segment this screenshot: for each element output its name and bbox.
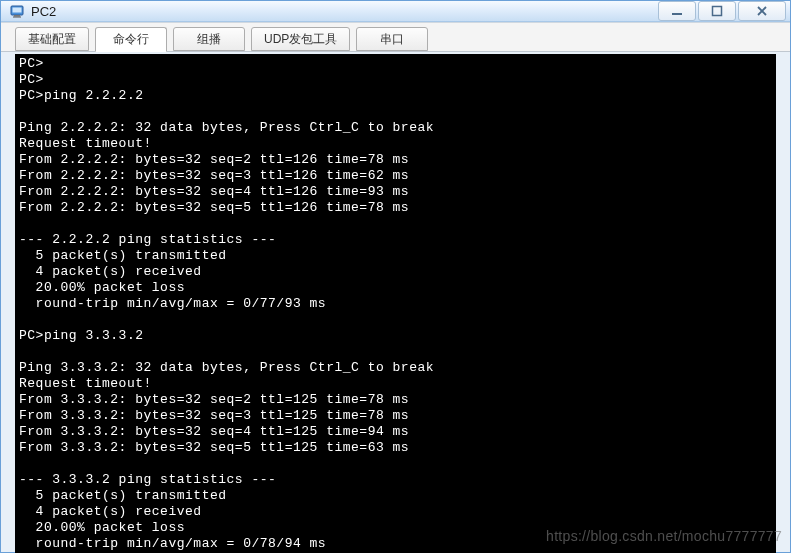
- app-icon: [9, 3, 25, 19]
- terminal-line: 5 packet(s) transmitted: [19, 488, 772, 504]
- tab-basic-config[interactable]: 基础配置: [15, 27, 89, 51]
- tab-multicast[interactable]: 组播: [173, 27, 245, 51]
- terminal-line: 20.00% packet loss: [19, 280, 772, 296]
- terminal-line: 4 packet(s) received: [19, 264, 772, 280]
- terminal-line: Ping 3.3.3.2: 32 data bytes, Press Ctrl_…: [19, 360, 772, 376]
- tab-command-line[interactable]: 命令行: [95, 27, 167, 52]
- terminal-line: 20.00% packet loss: [19, 520, 772, 536]
- terminal-line: [19, 312, 772, 328]
- terminal-line: [19, 344, 772, 360]
- window-controls: [656, 1, 786, 21]
- window-title: PC2: [31, 4, 656, 19]
- svg-rect-2: [14, 15, 20, 17]
- terminal-container: PC>PC>PC>ping 2.2.2.2 Ping 2.2.2.2: 32 d…: [1, 52, 790, 553]
- terminal-line: [19, 104, 772, 120]
- terminal-line: From 3.3.3.2: bytes=32 seq=4 ttl=125 tim…: [19, 424, 772, 440]
- app-window: PC2 基础配置 命令行 组播 UDP发包工具 串口 PC>PC>PC>ping…: [0, 0, 791, 553]
- minimize-button[interactable]: [658, 1, 696, 21]
- terminal-line: round-trip min/avg/max = 0/77/93 ms: [19, 296, 772, 312]
- maximize-button[interactable]: [698, 1, 736, 21]
- terminal-line: --- 2.2.2.2 ping statistics ---: [19, 232, 772, 248]
- terminal-line: [19, 216, 772, 232]
- svg-rect-1: [13, 8, 22, 13]
- tab-bar: 基础配置 命令行 组播 UDP发包工具 串口: [1, 22, 790, 52]
- titlebar: PC2: [1, 1, 790, 22]
- terminal-line: From 2.2.2.2: bytes=32 seq=3 ttl=126 tim…: [19, 168, 772, 184]
- terminal-line: [19, 456, 772, 472]
- terminal-line: --- 3.3.3.2 ping statistics ---: [19, 472, 772, 488]
- terminal-line: round-trip min/avg/max = 0/78/94 ms: [19, 536, 772, 552]
- terminal-line: PC>ping 3.3.3.2: [19, 328, 772, 344]
- close-button[interactable]: [738, 1, 786, 21]
- terminal-line: From 3.3.3.2: bytes=32 seq=3 ttl=125 tim…: [19, 408, 772, 424]
- terminal-line: 4 packet(s) received: [19, 504, 772, 520]
- svg-rect-5: [713, 7, 722, 16]
- tab-udp-tool[interactable]: UDP发包工具: [251, 27, 350, 51]
- terminal-line: 5 packet(s) transmitted: [19, 248, 772, 264]
- terminal-line: From 3.3.3.2: bytes=32 seq=2 ttl=125 tim…: [19, 392, 772, 408]
- terminal-line: From 2.2.2.2: bytes=32 seq=5 ttl=126 tim…: [19, 200, 772, 216]
- terminal-line: Request timeout!: [19, 136, 772, 152]
- terminal[interactable]: PC>PC>PC>ping 2.2.2.2 Ping 2.2.2.2: 32 d…: [15, 54, 776, 553]
- terminal-line: Ping 2.2.2.2: 32 data bytes, Press Ctrl_…: [19, 120, 772, 136]
- terminal-line: Request timeout!: [19, 376, 772, 392]
- terminal-line: From 2.2.2.2: bytes=32 seq=2 ttl=126 tim…: [19, 152, 772, 168]
- svg-rect-4: [672, 13, 682, 15]
- terminal-line: PC>: [19, 56, 772, 72]
- terminal-line: PC>ping 2.2.2.2: [19, 88, 772, 104]
- terminal-line: From 3.3.3.2: bytes=32 seq=5 ttl=125 tim…: [19, 440, 772, 456]
- terminal-line: PC>: [19, 72, 772, 88]
- svg-rect-3: [13, 17, 21, 18]
- terminal-line: From 2.2.2.2: bytes=32 seq=4 ttl=126 tim…: [19, 184, 772, 200]
- tab-serial[interactable]: 串口: [356, 27, 428, 51]
